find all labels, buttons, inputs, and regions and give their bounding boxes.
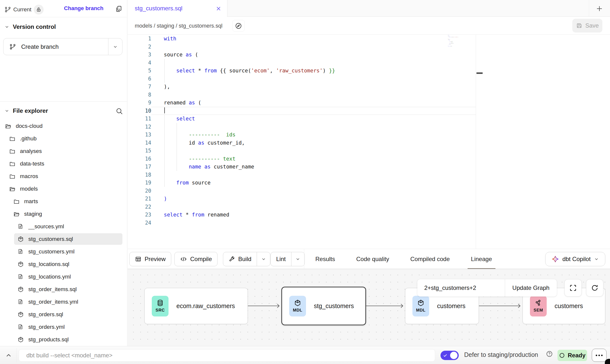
code-line-text: [448, 46, 474, 47]
build-button[interactable]: Build: [223, 252, 270, 266]
current-branch[interactable]: Current: [4, 5, 44, 15]
compile-button[interactable]: Compile: [174, 252, 218, 266]
code-line[interactable]: 12: [128, 123, 476, 131]
lint-button[interactable]: Lint: [271, 252, 305, 266]
file-item-stg-order-items-yml[interactable]: stg_order_items.yml: [0, 296, 127, 308]
code-line[interactable]: 3source as (: [128, 51, 476, 59]
code-line-text: from source: [151, 179, 476, 187]
update-graph-button[interactable]: Update Graph: [505, 279, 557, 297]
file-item-label: .github: [20, 135, 37, 142]
code-line-text: [151, 171, 476, 179]
file-list: docs-cloud.githubanalysesdata-testsmacro…: [0, 120, 127, 346]
refresh-icon[interactable]: [586, 279, 603, 297]
file-item-stg-customers-yml[interactable]: stg_customers.yml: [0, 245, 127, 258]
fullscreen-button[interactable]: [564, 279, 582, 297]
compass-icon[interactable]: [232, 20, 245, 32]
help-icon[interactable]: [546, 350, 553, 357]
lint-label: Lint: [276, 256, 286, 263]
folder-open-icon: [9, 186, 16, 192]
file-item-stg-orders-sql[interactable]: stg_orders.sql: [0, 308, 127, 321]
editor-right-border: [476, 35, 476, 249]
file-item-stg-products-sql[interactable]: stg_products.sql: [0, 333, 127, 346]
code-editor[interactable]: 1with23source as (45 select * from {{ so…: [128, 35, 610, 249]
file-item-stg-locations-yml[interactable]: stg_locations.yml: [0, 270, 127, 283]
code-line[interactable]: 4: [128, 59, 476, 67]
code-line[interactable]: 14 id as customer_id,: [128, 139, 476, 147]
code-line[interactable]: 23select * from renamed: [128, 211, 476, 219]
file-explorer-header[interactable]: File explorer: [0, 102, 127, 120]
code-line[interactable]: 20: [128, 187, 476, 195]
file-item--github[interactable]: .github: [0, 132, 127, 145]
create-branch-dropdown[interactable]: [108, 38, 122, 55]
file-item-stg-locations-sql[interactable]: stg_locations.sql: [0, 258, 127, 270]
lint-dropdown[interactable]: [291, 252, 305, 266]
code-line[interactable]: 9renamed as (: [128, 99, 476, 107]
code-line[interactable]: 13 ---------- ids: [128, 131, 476, 139]
create-branch-main[interactable]: Create branch: [3, 38, 108, 55]
cube-icon: [294, 299, 301, 307]
file-item-stg-order-items-sql[interactable]: stg_order_items.sql: [0, 283, 127, 296]
file-item-stg-orders-yml[interactable]: stg_orders.yml: [0, 321, 127, 333]
chevron-up-icon[interactable]: [5, 352, 12, 359]
code-line[interactable]: 24: [128, 219, 476, 227]
code-line[interactable]: 18: [128, 171, 476, 179]
search-icon[interactable]: [115, 107, 123, 115]
dbt-copilot-button[interactable]: dbt Copilot: [545, 252, 605, 266]
code-line[interactable]: 8: [128, 91, 476, 99]
file-item-staging[interactable]: staging: [0, 208, 127, 220]
preview-button[interactable]: Preview: [129, 252, 171, 266]
code-line-text: name as customer_name: [151, 163, 476, 171]
copy-branch-icon[interactable]: [114, 4, 123, 13]
file-item-label: stg_orders.yml: [28, 324, 65, 330]
new-tab-button[interactable]: [595, 4, 604, 13]
file-item-analyses[interactable]: analyses: [0, 145, 127, 157]
close-icon[interactable]: [215, 5, 222, 12]
model-badge: MDL: [412, 296, 429, 316]
save-button[interactable]: Save: [572, 19, 602, 33]
code-line[interactable]: 15: [128, 147, 476, 155]
code-line[interactable]: 24: [448, 46, 474, 47]
file-item-macros[interactable]: macros: [0, 170, 127, 182]
code-line[interactable]: 5 select * from {{ source('ecom', 'raw_c…: [128, 67, 476, 75]
tab-results[interactable]: Results: [312, 249, 339, 269]
tab-code-quality[interactable]: Code quality: [353, 249, 392, 269]
code-line[interactable]: 19 from source: [128, 179, 476, 187]
version-control-header[interactable]: Version control: [0, 21, 127, 33]
code-line-text: [151, 107, 476, 115]
lineage-selector-input[interactable]: [417, 279, 505, 297]
code-line[interactable]: 22: [128, 203, 476, 211]
file-item-stg-customers-sql[interactable]: stg_customers.sql: [0, 233, 127, 245]
lineage-node-stg-customers[interactable]: MDL stg_customers: [281, 287, 366, 325]
code-line[interactable]: 21): [128, 195, 476, 203]
minimap[interactable]: 1with23source as (45 select * from {{ so…: [448, 35, 475, 48]
code-line[interactable]: 16 ---------- text: [128, 155, 476, 163]
defer-toggle[interactable]: [441, 351, 459, 360]
file-item--sources-yml[interactable]: __sources.yml: [0, 220, 127, 233]
file-item-models[interactable]: models: [0, 182, 127, 195]
code-lines[interactable]: 1with23source as (45 select * from {{ so…: [128, 35, 476, 227]
file-item-data-tests[interactable]: data-tests: [0, 157, 127, 170]
tab-label: stg_customers.sql: [135, 5, 182, 12]
tab-stg-customers-sql[interactable]: stg_customers.sql: [128, 0, 227, 17]
code-line[interactable]: 7),: [128, 83, 476, 91]
code-line[interactable]: 2: [128, 43, 476, 51]
code-line[interactable]: 11 select: [128, 115, 476, 123]
file-item-marts[interactable]: marts: [0, 195, 127, 208]
more-options-button[interactable]: [592, 349, 607, 362]
tab-compiled-code[interactable]: Compiled code: [407, 249, 453, 269]
branch-bar: Current Change branch: [0, 0, 127, 17]
line-number: 17: [128, 163, 151, 171]
code-line[interactable]: 1with: [128, 35, 476, 43]
code-line[interactable]: 6: [128, 75, 476, 83]
command-input[interactable]: [19, 349, 435, 362]
lineage-canvas[interactable]: SRC ecom.raw_customers MDL stg_customers: [128, 269, 610, 346]
file-item-docs-cloud[interactable]: docs-cloud: [0, 120, 127, 132]
create-branch-button[interactable]: Create branch: [3, 38, 122, 55]
build-dropdown[interactable]: [257, 252, 270, 266]
tab-lineage[interactable]: Lineage: [468, 249, 495, 269]
code-line-text: select * from {{ source('ecom', 'raw_cus…: [151, 67, 476, 75]
lineage-node-source[interactable]: SRC ecom.raw_customers: [144, 288, 248, 324]
code-line[interactable]: 17 name as customer_name: [128, 163, 476, 171]
code-line[interactable]: 10: [128, 107, 476, 115]
change-branch-link[interactable]: Change branch: [64, 5, 103, 12]
